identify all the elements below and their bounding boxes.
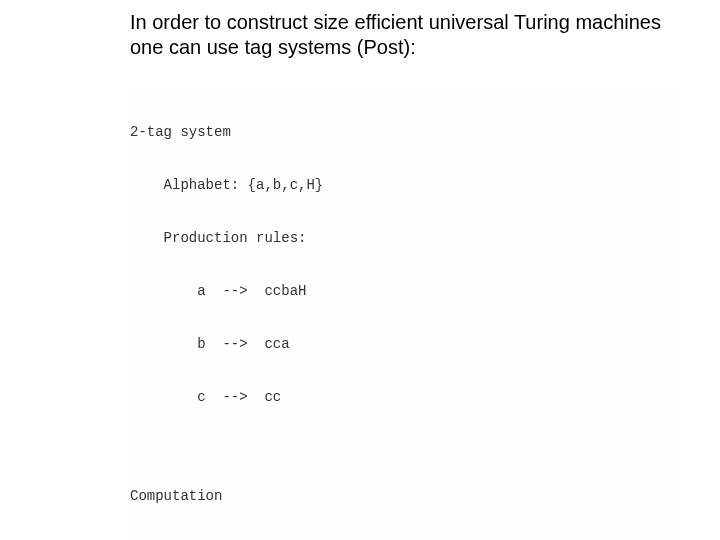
slide: In order to construct size efficient uni… — [0, 0, 720, 540]
rule-line-b: b --> cca — [130, 334, 680, 355]
rule-line-c: c --> cc — [130, 387, 680, 408]
code-block: 2-tag system Alphabet: {a,b,c,H} Product… — [130, 90, 680, 540]
rules-label: Production rules: — [130, 228, 680, 249]
spacer — [130, 440, 680, 454]
computation-label: Computation — [130, 486, 680, 507]
alphabet-line: Alphabet: {a,b,c,H} — [130, 175, 680, 196]
rule-line-a: a --> ccbaH — [130, 281, 680, 302]
intro-paragraph: In order to construct size efficient uni… — [130, 10, 680, 60]
code-header: 2-tag system — [130, 122, 680, 143]
